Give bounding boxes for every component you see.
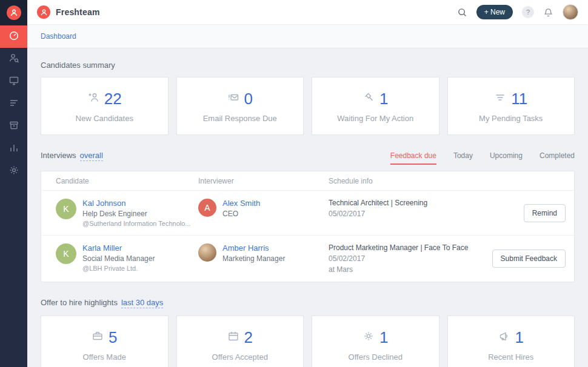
help-button[interactable]: ?	[522, 6, 534, 18]
candidate-avatar: K	[56, 199, 76, 219]
remind-button[interactable]: Remind	[524, 204, 566, 222]
breadcrumb-dashboard[interactable]: Dashboard	[41, 32, 76, 41]
schedule-cell: Technical Architect | Screening 05/02/20…	[329, 199, 481, 218]
new-candidates-value: 22	[104, 90, 122, 108]
sidebar-item-screen[interactable]	[0, 70, 27, 93]
recent-hires-value: 1	[515, 328, 524, 347]
card-recent-hires[interactable]: 1 Recent Hires	[447, 316, 575, 367]
candidate-name-link[interactable]: Karla Miller	[82, 243, 155, 253]
brand-logo-icon	[37, 5, 50, 19]
offers-accepted-value: 2	[244, 328, 253, 347]
calendar-icon	[227, 330, 239, 345]
email-response-due-value: 0	[244, 90, 253, 108]
search-icon[interactable]	[457, 7, 467, 18]
sidebar-logo[interactable]	[0, 0, 27, 25]
offers-cards: 5 Offers Made 2 Offers Accepted	[41, 316, 575, 367]
interviewer-name-link[interactable]: Amber Harris	[222, 243, 285, 253]
offers-made-value: 5	[109, 328, 117, 347]
interviewer-title: Marketing Manager	[222, 254, 285, 263]
bell-icon[interactable]	[543, 7, 553, 18]
tab-completed[interactable]: Completed	[540, 151, 575, 165]
recent-hires-label: Recent Hires	[488, 352, 533, 362]
my-pending-tasks-label: My Pending Tasks	[479, 114, 543, 123]
task-list-icon	[494, 91, 506, 106]
box-icon	[8, 120, 19, 133]
freshteam-logo-icon	[7, 5, 21, 20]
tab-upcoming[interactable]: Upcoming	[490, 151, 523, 165]
new-candidates-label: New Candidates	[76, 114, 133, 123]
candidate-company: @LBH Private Ltd.	[82, 265, 155, 272]
column-interviewer: Interviewer	[198, 177, 329, 185]
offers-filter-dropdown[interactable]: last 30 days	[121, 298, 163, 308]
email-response-due-label: Email Response Due	[203, 114, 277, 123]
interviews-filter-dropdown[interactable]: overall	[80, 151, 103, 161]
gavel-icon	[362, 91, 375, 106]
gear-icon	[8, 165, 19, 178]
interviewer-cell: Amber Harris Marketing Manager	[198, 243, 329, 263]
bar-chart-icon	[8, 142, 19, 156]
offers-accepted-label: Offers Accepted	[212, 352, 268, 362]
tab-feedback-due[interactable]: Feedback due	[390, 151, 436, 165]
candidate-company: @Sutherland Information Technolo...	[82, 220, 191, 227]
interviews-header: Interviews overall Feedback due Today Up…	[41, 151, 575, 165]
monitor-icon	[8, 75, 19, 88]
sidebar-item-archive[interactable]	[0, 115, 27, 137]
column-candidate: Candidate	[56, 177, 198, 185]
person-search-icon	[8, 53, 19, 66]
candidates-summary-cards: 22 New Candidates 0 Email Response Due	[41, 77, 575, 135]
card-offers-declined[interactable]: 1 Offers Declined	[312, 316, 439, 367]
top-header: Freshteam + New ?	[27, 0, 588, 24]
list-lines-icon	[8, 98, 19, 111]
candidate-title: Help Desk Engineer	[82, 210, 191, 218]
candidate-title: Social Media Manager	[82, 254, 155, 263]
briefcase-icon	[92, 330, 104, 345]
offers-made-label: Offers Made	[83, 352, 126, 362]
candidates-summary-title: Candidates summary	[41, 61, 115, 70]
candidate-cell: K Karla Miller Social Media Manager @LBH…	[56, 243, 198, 272]
candidate-name-link[interactable]: Kal Johnson	[82, 199, 191, 208]
card-offers-accepted[interactable]: 2 Offers Accepted	[176, 316, 304, 367]
tab-today[interactable]: Today	[453, 151, 473, 165]
sidebar-item-settings[interactable]	[0, 160, 27, 182]
freshteam-app: Freshteam + New ? Dashboard Candida	[0, 0, 588, 367]
interviewer-name-link[interactable]: Alex Smith	[222, 199, 260, 208]
table-row: K Kal Johnson Help Desk Engineer @Suther…	[41, 191, 574, 235]
offers-declined-label: Offers Declined	[349, 352, 403, 362]
user-avatar[interactable]	[563, 4, 578, 20]
sidebar-item-reports[interactable]	[0, 137, 27, 160]
breadcrumb: Dashboard	[27, 24, 588, 48]
card-waiting-for-my-action[interactable]: 1 Waiting For My Action	[312, 77, 439, 135]
sidebar-item-tasks[interactable]	[0, 93, 27, 115]
card-my-pending-tasks[interactable]: 11 My Pending Tasks	[447, 77, 575, 135]
table-header-row: Candidate Interviewer Schedule info	[41, 171, 574, 191]
schedule-position: Technical Architect | Screening	[329, 199, 481, 207]
schedule-date: 05/02/2017	[329, 210, 481, 218]
offers-title: Offer to hire highlights	[41, 298, 118, 307]
dashboard-icon	[8, 30, 19, 44]
schedule-cell: Product Marketing Manager | Face To Face…	[329, 243, 481, 274]
table-row: K Karla Miller Social Media Manager @LBH…	[41, 235, 574, 282]
interviews-tabs: Feedback due Today Upcoming Completed	[390, 151, 575, 165]
schedule-position: Product Marketing Manager | Face To Face	[329, 243, 481, 252]
interviews-title: Interviews	[41, 151, 76, 160]
interviewer-title: CEO	[222, 210, 260, 218]
offers-declined-value: 1	[379, 328, 388, 347]
waiting-for-my-action-label: Waiting For My Action	[337, 114, 413, 123]
main-area: Freshteam + New ? Dashboard Candida	[27, 0, 588, 367]
dashboard-content: Candidates summary 22 New Candidates	[27, 48, 588, 367]
sidebar	[0, 0, 27, 367]
submit-feedback-button[interactable]: Submit Feedback	[492, 250, 566, 268]
card-offers-made[interactable]: 5 Offers Made	[41, 316, 169, 367]
card-new-candidates[interactable]: 22 New Candidates	[41, 77, 169, 135]
sidebar-item-candidates[interactable]	[0, 48, 27, 70]
sidebar-item-dashboard[interactable]	[0, 25, 27, 48]
waiting-for-my-action-value: 1	[379, 90, 388, 108]
column-schedule-info: Schedule info	[329, 177, 481, 185]
header-actions: + New ?	[457, 4, 578, 20]
card-email-response-due[interactable]: 0 Email Response Due	[176, 77, 304, 135]
interviewer-avatar	[198, 243, 216, 262]
candidate-cell: K Kal Johnson Help Desk Engineer @Suther…	[56, 199, 198, 227]
brand: Freshteam	[37, 5, 100, 19]
schedule-location: at Mars	[329, 265, 481, 274]
new-button[interactable]: + New	[476, 5, 513, 19]
